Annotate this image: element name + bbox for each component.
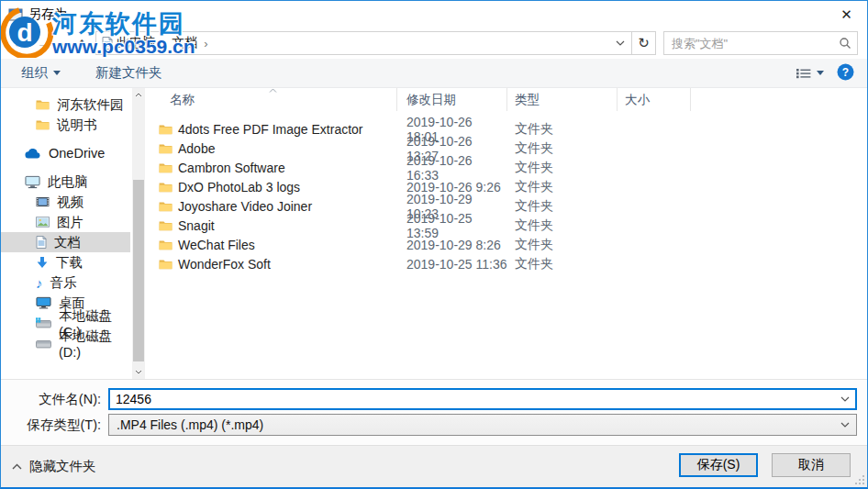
save-button[interactable]: 保存(S) xyxy=(679,453,758,477)
breadcrumb-this-pc[interactable]: 此电脑 xyxy=(113,35,159,51)
table-row[interactable]: WonderFox Soft 2019-10-25 11:36 文件夹 xyxy=(148,254,867,273)
filetype-dropdown-chevron-icon[interactable] xyxy=(840,422,850,428)
file-name: WonderFox Soft xyxy=(178,257,271,272)
up-icon[interactable]: ↑ xyxy=(73,34,90,52)
pictures-icon xyxy=(36,217,50,228)
main-area: 河东软件园 说明书 OneDrive 此电脑 视频 图片 xyxy=(1,88,867,379)
save-fields: 文件名(N): 保存类型(T): .MP4 Files (.mp4) (*.mp… xyxy=(1,379,867,445)
file-type: 文件夹 xyxy=(507,160,618,176)
desktop-icon xyxy=(36,296,51,309)
sidebar-item-label: 河东软件园 xyxy=(57,96,124,114)
command-toolbar: 组织 新建文件夹 ? xyxy=(1,59,867,88)
sidebar-scrollbar[interactable] xyxy=(132,88,145,379)
scroll-down-icon[interactable] xyxy=(132,365,145,379)
drive-c-icon xyxy=(36,317,51,328)
organize-button[interactable]: 组织 xyxy=(21,64,61,82)
search-icon[interactable] xyxy=(833,32,857,54)
crumb-separator-icon: › xyxy=(159,37,168,50)
chevron-up-icon xyxy=(12,463,22,470)
folder-icon xyxy=(159,201,172,212)
file-name: Adobe xyxy=(178,141,215,156)
sidebar-item-this-pc[interactable]: 此电脑 xyxy=(1,172,130,192)
sidebar-item-label: 视频 xyxy=(57,194,83,211)
folder-icon xyxy=(159,259,172,270)
organize-label: 组织 xyxy=(21,64,48,82)
back-icon[interactable]: ← xyxy=(8,34,32,52)
file-name: Snagit xyxy=(178,218,215,233)
column-header-date[interactable]: 修改日期 xyxy=(397,88,507,111)
filename-input[interactable] xyxy=(108,388,857,410)
filetype-value: .MP4 Files (.mp4) (*.mp4) xyxy=(117,417,263,432)
forward-icon[interactable]: → xyxy=(32,34,56,52)
save-as-dialog: 另存为 ✕ ← → ↑ 此电脑 › 文档 › ↻ 组织 xyxy=(0,0,868,489)
table-row[interactable]: Snagit 2019-10-25 13:59 文件夹 xyxy=(148,216,867,235)
documents-icon xyxy=(36,236,47,249)
folder-icon xyxy=(159,143,172,154)
crumb-separator-icon: › xyxy=(201,37,210,50)
file-date: 2019-10-25 11:36 xyxy=(397,257,507,272)
breadcrumb-documents[interactable]: 文档 xyxy=(168,35,201,51)
chevron-down-icon xyxy=(817,71,824,75)
sidebar-item-documents[interactable]: 文档 xyxy=(1,232,130,252)
cancel-button[interactable]: 取消 xyxy=(772,453,851,477)
sidebar-item-onedrive[interactable]: OneDrive xyxy=(1,143,130,163)
sidebar-item-pictures[interactable]: 图片 xyxy=(1,212,130,232)
view-options-button[interactable] xyxy=(796,68,824,79)
search-box xyxy=(663,31,858,55)
sidebar-item-label: OneDrive xyxy=(49,146,105,161)
downloads-icon xyxy=(36,257,49,269)
sidebar-item-manual[interactable]: 说明书 xyxy=(1,115,130,135)
table-row[interactable]: Joyoshare Video Joiner 2019-10-29 10:23 … xyxy=(148,196,867,216)
onedrive-cloud-icon xyxy=(25,149,41,159)
navigation-pane: 河东软件园 说明书 OneDrive 此电脑 视频 图片 xyxy=(1,88,148,379)
table-row[interactable]: Adobe 2019-10-26 13:27 文件夹 xyxy=(148,139,867,158)
scroll-up-icon[interactable] xyxy=(132,88,145,102)
sidebar-item-drive-d[interactable]: 本地磁盘 (D:) xyxy=(1,333,130,353)
sidebar-item-label: 说明书 xyxy=(57,117,97,134)
file-date: 2019-10-25 13:59 xyxy=(397,211,507,240)
folder-icon xyxy=(159,162,172,173)
refresh-icon[interactable]: ↻ xyxy=(631,32,655,54)
table-row[interactable]: 4dots Free PDF Image Extractor 2019-10-2… xyxy=(148,119,867,139)
sidebar-item-label: 音乐 xyxy=(50,274,77,292)
location-document-icon xyxy=(102,37,113,50)
resize-grip[interactable] xyxy=(853,473,865,485)
file-name: Joyoshare Video Joiner xyxy=(178,199,312,214)
filename-dropdown-chevron-icon[interactable] xyxy=(840,396,850,402)
recent-locations-chevron-icon[interactable] xyxy=(56,34,73,52)
sidebar-item-music[interactable]: ♪ 音乐 xyxy=(1,272,130,293)
title-bar: 另存为 ✕ xyxy=(1,1,867,28)
column-header-size[interactable]: 大小 xyxy=(618,88,691,111)
file-type: 文件夹 xyxy=(507,256,618,272)
hide-folders-button[interactable]: 隐藏文件夹 xyxy=(12,458,96,475)
drive-d-icon xyxy=(36,338,51,349)
hide-folders-label: 隐藏文件夹 xyxy=(29,458,96,475)
file-name: WeChat Files xyxy=(178,238,255,252)
address-dropdown-chevron-icon[interactable] xyxy=(609,32,631,54)
table-row[interactable]: WeChat Files 2019-10-29 8:26 文件夹 xyxy=(148,235,867,254)
new-folder-button[interactable]: 新建文件夹 xyxy=(95,64,162,82)
sidebar-item-videos[interactable]: 视频 xyxy=(1,192,130,212)
address-box: 此电脑 › 文档 › ↻ xyxy=(95,31,656,55)
help-icon[interactable]: ? xyxy=(837,63,854,83)
folder-icon xyxy=(159,239,172,250)
folder-icon xyxy=(36,99,50,110)
filename-label: 文件名(N): xyxy=(1,391,108,408)
table-row[interactable]: Cambron Software 2019-10-26 16:33 文件夹 xyxy=(148,158,867,177)
file-type: 文件夹 xyxy=(507,217,618,234)
scrollbar-thumb[interactable] xyxy=(133,180,144,361)
sidebar-item-downloads[interactable]: 下载 xyxy=(1,252,130,272)
bottom-bar: 隐藏文件夹 保存(S) 取消 xyxy=(1,445,867,487)
filetype-select[interactable]: .MP4 Files (.mp4) (*.mp4) xyxy=(108,414,857,436)
search-input[interactable] xyxy=(664,37,833,50)
sort-ascending-icon xyxy=(269,88,277,93)
column-header-type[interactable]: 类型 xyxy=(507,88,618,111)
table-row[interactable]: DxO PhotoLab 3 logs 2019-10-26 9:26 文件夹 xyxy=(148,177,867,196)
sidebar-item-label: 下载 xyxy=(56,254,83,272)
sidebar-item-hedong[interactable]: 河东软件园 xyxy=(1,94,130,115)
folder-icon xyxy=(36,119,50,130)
file-name: Cambron Software xyxy=(178,161,285,175)
list-view-icon xyxy=(796,68,811,79)
close-icon[interactable]: ✕ xyxy=(826,1,867,28)
music-note-icon: ♪ xyxy=(36,277,43,289)
